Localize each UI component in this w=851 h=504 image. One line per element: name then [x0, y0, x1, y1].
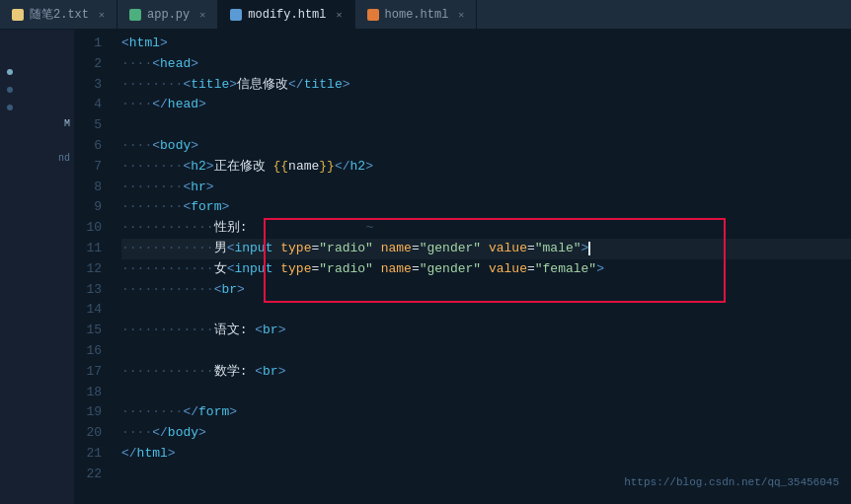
ln-9: 9: [74, 197, 102, 218]
code-line-15: ············语文: <br>: [121, 321, 851, 341]
tab-py-close[interactable]: ✕: [199, 9, 205, 21]
editor[interactable]: 1 2 3 4 5 6 7 8 9 10 11 12 13 14 15 16 1…: [74, 30, 851, 504]
code-line-12: ············女<input type="radio" name="g…: [121, 259, 851, 280]
code-line-21: </html>: [121, 444, 851, 465]
tab-home-close[interactable]: ✕: [458, 9, 464, 21]
tab-bar: 随笔2.txt ✕ app.py ✕ modify.html ✕ home.ht…: [0, 0, 851, 30]
code-area[interactable]: <html> ····<head> ········<title>信息修改</t…: [114, 34, 851, 500]
line-numbers: 1 2 3 4 5 6 7 8 9 10 11 12 13 14 15 16 1…: [74, 34, 114, 500]
ln-15: 15: [74, 321, 102, 341]
editor-content: 1 2 3 4 5 6 7 8 9 10 11 12 13 14 15 16 1…: [74, 30, 851, 504]
tab-modify-close[interactable]: ✕: [337, 9, 343, 21]
code-line-18: [121, 383, 851, 403]
ln-2: 2: [74, 54, 102, 75]
ln-22: 22: [74, 465, 102, 485]
ln-21: 21: [74, 444, 102, 465]
tab-txt[interactable]: 随笔2.txt ✕: [0, 0, 117, 29]
txt-icon: [12, 9, 24, 21]
tab-home[interactable]: home.html ✕: [355, 0, 478, 29]
code-line-20: ····</body>: [121, 423, 851, 444]
code-line-10: ············性别:~: [121, 218, 851, 239]
activity-dot-1: [7, 69, 13, 75]
code-line-4: ····</head>: [121, 95, 851, 115]
ln-12: 12: [74, 259, 102, 280]
sidebar-m-label: M: [20, 116, 74, 131]
code-line-6: ····<body>: [121, 136, 851, 157]
code-line-3: ········<title>信息修改</title>: [121, 75, 851, 96]
tab-py-label: app.py: [147, 8, 190, 22]
code-line-13: ············<br>: [121, 280, 851, 301]
code-line-1: <html>: [121, 34, 851, 54]
activity-bar: [0, 30, 20, 504]
ln-18: 18: [74, 383, 102, 403]
code-line-7: ········<h2>正在修改 {{name}}</h2>: [121, 157, 851, 178]
ln-11: 11: [74, 239, 102, 259]
py-icon: [129, 9, 141, 21]
code-line-2: ····<head>: [121, 54, 851, 75]
watermark: https://blog.csdn.net/qq_35456045: [624, 474, 839, 492]
main-area: M nd 1 2 3 4 5 6 7 8 9 10 11 12 13 14 15: [0, 30, 851, 504]
ln-19: 19: [74, 402, 102, 423]
tab-modify[interactable]: modify.html ✕: [218, 0, 354, 29]
code-line-17: ············数学: <br>: [121, 362, 851, 383]
ln-17: 17: [74, 362, 102, 383]
tab-py[interactable]: app.py ✕: [117, 0, 218, 29]
code-line-11: ············男<input type="radio" name="g…: [121, 239, 851, 259]
code-line-19: ········</form>: [121, 402, 851, 423]
ln-4: 4: [74, 95, 102, 115]
ln-16: 16: [74, 341, 102, 362]
tab-home-label: home.html: [385, 8, 449, 22]
code-line-8: ········<hr>: [121, 178, 851, 198]
html-blue-icon: [230, 9, 242, 21]
ln-14: 14: [74, 300, 102, 321]
ln-6: 6: [74, 136, 102, 157]
tab-txt-close[interactable]: ✕: [99, 9, 105, 21]
file-sidebar: M nd: [20, 30, 74, 504]
ln-13: 13: [74, 280, 102, 301]
code-line-5: [121, 115, 851, 136]
ln-20: 20: [74, 423, 102, 444]
activity-dot-3: [7, 105, 13, 110]
tab-modify-label: modify.html: [248, 8, 326, 22]
ln-10: 10: [74, 218, 102, 239]
ln-8: 8: [74, 178, 102, 198]
code-line-16: [121, 341, 851, 362]
code-line-14: [121, 300, 851, 321]
sidebar-nd-label: nd: [20, 151, 74, 166]
ln-3: 3: [74, 75, 102, 96]
ln-5: 5: [74, 115, 102, 136]
ln-7: 7: [74, 157, 102, 178]
html-orange-icon: [367, 9, 379, 21]
ln-1: 1: [74, 34, 102, 54]
code-line-9: ········<form>: [121, 197, 851, 218]
tab-txt-label: 随笔2.txt: [30, 6, 89, 23]
activity-dot-2: [7, 87, 13, 93]
